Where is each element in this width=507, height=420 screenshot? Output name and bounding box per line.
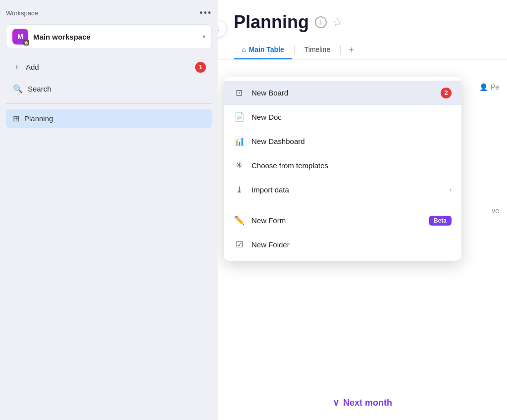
board-icon: ⊞: [13, 114, 19, 123]
dropdown-item-new-folder[interactable]: ☑ New Folder: [224, 233, 461, 257]
new-board-label: New Board: [252, 89, 452, 97]
new-doc-label: New Doc: [252, 113, 452, 121]
board-menu-icon: ⊡: [234, 88, 245, 98]
home-tab-icon: ⌂: [242, 46, 246, 53]
add-dropdown-menu: ⊡ New Board 2 📄 New Doc 📊 New Dashboard …: [224, 77, 461, 261]
badge-2: 2: [441, 88, 452, 98]
tab-timeline[interactable]: Timeline: [297, 41, 338, 59]
more-options-icon[interactable]: •••: [200, 8, 212, 18]
sidebar-actions: ＋ Add 1 🔍 Search: [6, 57, 212, 98]
ve-partial: ve: [484, 203, 507, 219]
search-button[interactable]: 🔍 Search: [6, 79, 212, 98]
info-icon[interactable]: i: [315, 16, 327, 28]
beta-badge: Beta: [429, 216, 452, 226]
sidebar: Workspace ••• M 🏠 Main workspace ▾ ＋ Add…: [0, 0, 218, 420]
chevron-right-icon: ›: [450, 186, 452, 193]
badge-1: 1: [195, 62, 206, 73]
chevron-down-icon: ▾: [203, 33, 205, 40]
search-icon: 🔍: [13, 84, 23, 93]
import-label: Import data: [252, 186, 443, 194]
import-menu-icon: ⤓: [234, 185, 245, 195]
dropdown-item-new-form[interactable]: ✏️ New Form Beta: [224, 208, 461, 233]
page-title-row: Planning i ☆: [234, 12, 491, 33]
tab-main-table-label: Main Table: [249, 46, 284, 53]
main-content: ‹ Planning i ☆ ⌂ Main Table Timeline + 👤…: [218, 0, 507, 420]
new-dashboard-label: New Dashboard: [252, 137, 452, 145]
dropdown-item-new-doc[interactable]: 📄 New Doc: [224, 105, 461, 129]
workspace-selector[interactable]: M 🏠 Main workspace ▾: [6, 24, 212, 49]
doc-menu-icon: 📄: [234, 112, 245, 122]
sidebar-divider: [6, 103, 212, 104]
person-partial-text: Pe: [491, 83, 499, 91]
tab-main-table[interactable]: ⌂ Main Table: [234, 41, 292, 59]
dashboard-menu-icon: 📊: [234, 136, 245, 146]
star-icon[interactable]: ☆: [333, 16, 343, 29]
dropdown-item-new-board[interactable]: ⊡ New Board 2: [224, 81, 461, 105]
new-folder-label: New Folder: [252, 240, 452, 249]
tabs-row: ⌂ Main Table Timeline +: [234, 41, 491, 59]
next-month-label: Next month: [343, 398, 392, 408]
workspace-avatar: M 🏠: [12, 29, 28, 45]
workspace-name: Main workspace: [33, 33, 203, 41]
tab-divider: [294, 45, 295, 55]
tab-add-button[interactable]: +: [343, 41, 360, 59]
search-label: Search: [28, 85, 51, 93]
tab-timeline-label: Timeline: [304, 46, 330, 53]
templates-label: Choose from templates: [252, 161, 452, 170]
person-icon: 👤: [479, 83, 488, 91]
dropdown-item-new-dashboard[interactable]: 📊 New Dashboard: [224, 129, 461, 153]
add-label: Add: [26, 63, 39, 71]
home-icon: 🏠: [23, 40, 29, 46]
templates-menu-icon: ✳: [234, 160, 245, 171]
new-form-label: New Form: [252, 216, 422, 225]
chevron-down-next-icon: ∨: [333, 397, 339, 408]
folder-menu-icon: ☑: [234, 239, 245, 250]
main-header: Planning i ☆ ⌂ Main Table Timeline +: [218, 0, 507, 60]
next-month-button[interactable]: ∨ Next month: [333, 397, 392, 408]
page-title: Planning: [234, 12, 309, 33]
ve-text: ve: [492, 207, 499, 215]
form-menu-icon: ✏️: [234, 215, 245, 226]
dropdown-item-import[interactable]: ⤓ Import data ›: [224, 178, 461, 202]
planning-label: Planning: [24, 114, 53, 123]
tab-divider-2: [340, 45, 341, 55]
add-button[interactable]: ＋ Add 1: [6, 57, 212, 77]
dropdown-divider: [224, 205, 461, 205]
dropdown-item-templates[interactable]: ✳ Choose from templates: [224, 153, 461, 178]
plus-icon: ＋: [13, 62, 21, 72]
sidebar-item-planning[interactable]: ⊞ Planning: [6, 109, 212, 128]
sidebar-title: Workspace: [6, 9, 38, 17]
person-partial: 👤 Pe: [471, 79, 507, 95]
sidebar-header: Workspace •••: [6, 8, 212, 18]
workspace-initial: M: [17, 33, 23, 41]
